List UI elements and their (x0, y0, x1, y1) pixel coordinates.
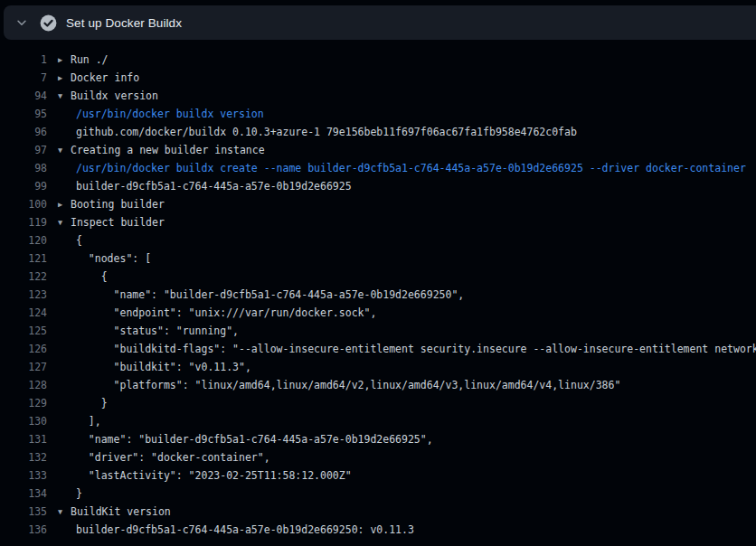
log-line-text: "endpoint": "unix:///var/run/docker.sock… (76, 304, 376, 322)
log-line: 120 { (0, 231, 756, 249)
chevron-down-icon[interactable] (14, 15, 29, 30)
log-line-text: } (76, 394, 108, 412)
group-toggle-icon: ▶ (58, 51, 71, 69)
log-line-text: /usr/bin/docker buildx create --name bui… (76, 159, 746, 177)
log-group-header[interactable]: 119 ▼ Inspect builder (0, 213, 756, 231)
group-toggle-icon: ▼ (58, 87, 71, 105)
line-number[interactable]: 127 (0, 358, 47, 376)
group-toggle-icon: ▼ (58, 141, 71, 159)
group-toggle-icon (58, 521, 71, 539)
log-line: 133 "lastActivity": "2023-02-25T11:58:12… (0, 466, 756, 485)
group-toggle-icon (58, 322, 71, 340)
group-toggle-icon (58, 177, 71, 195)
group-toggle-icon (58, 249, 71, 268)
log-line-text: Run ./ (71, 51, 109, 69)
log-line-text: BuildKit version (71, 503, 171, 521)
group-toggle-icon (58, 159, 71, 177)
line-number[interactable]: 136 (0, 521, 47, 539)
log-line-text: builder-d9cfb5a1-c764-445a-a57e-0b19d2e6… (76, 521, 414, 539)
group-toggle-icon (58, 231, 71, 249)
group-toggle-icon (58, 448, 71, 466)
line-number[interactable]: 99 (0, 177, 47, 195)
log-line-text: Creating a new builder instance (71, 141, 265, 159)
log-line-text: builder-d9cfb5a1-c764-445a-a57e-0b19d2e6… (76, 177, 352, 195)
log-line: 124 "endpoint": "unix:///var/run/docker.… (0, 304, 756, 322)
step-header[interactable]: Set up Docker Buildx (4, 5, 756, 40)
log-group-header[interactable]: 7 ▶ Docker info (0, 69, 756, 87)
log-line: 98 /usr/bin/docker buildx create --name … (0, 159, 756, 177)
log-line-text: Docker info (71, 69, 139, 87)
log-line: 96 github.com/docker/buildx 0.10.3+azure… (0, 123, 756, 141)
log-line-text: "status": "running", (76, 322, 239, 340)
log-line-text: "driver": "docker-container", (76, 448, 270, 466)
log-line: 122 { (0, 268, 756, 286)
line-number[interactable]: 132 (0, 448, 47, 466)
check-circle-icon (39, 14, 57, 32)
group-toggle-icon: ▶ (58, 195, 71, 213)
log-group-header[interactable]: 97 ▼ Creating a new builder instance (0, 141, 756, 159)
group-toggle-icon (58, 466, 71, 485)
line-number[interactable]: 128 (0, 376, 47, 394)
line-number[interactable]: 123 (0, 286, 47, 304)
line-number[interactable]: 124 (0, 304, 47, 322)
group-toggle-icon (58, 268, 71, 286)
log-line-text: "name": "builder-d9cfb5a1-c764-445a-a57e… (76, 286, 464, 304)
log-line: 130 ], (0, 412, 756, 430)
line-number[interactable]: 119 (0, 213, 47, 231)
log-line: 123 "name": "builder-d9cfb5a1-c764-445a-… (0, 286, 756, 304)
group-toggle-icon (58, 340, 71, 358)
line-number[interactable]: 131 (0, 430, 47, 448)
line-number[interactable]: 94 (0, 87, 47, 105)
line-number[interactable]: 97 (0, 141, 47, 159)
line-number[interactable]: 126 (0, 340, 47, 358)
log-group-header[interactable]: 100 ▶ Booting builder (0, 195, 756, 213)
log-line-text: Booting builder (71, 195, 165, 213)
log-line-text: Inspect builder (71, 213, 165, 231)
log-line: 131 "name": "builder-d9cfb5a1-c764-445a-… (0, 430, 756, 448)
log-viewer: 1 ▶ Run ./ 7 ▶ Docker info 94 ▼ Buildx v… (0, 51, 756, 539)
line-number[interactable]: 129 (0, 394, 47, 412)
log-group-header[interactable]: 94 ▼ Buildx version (0, 87, 756, 105)
line-number[interactable]: 134 (0, 485, 47, 503)
log-line-text: { (76, 231, 82, 249)
log-line: 132 "driver": "docker-container", (0, 448, 756, 466)
line-number[interactable]: 95 (0, 105, 47, 123)
log-line-text: } (76, 485, 82, 503)
log-group-header[interactable]: 1 ▶ Run ./ (0, 51, 756, 69)
line-number[interactable]: 135 (0, 503, 47, 521)
line-number[interactable]: 98 (0, 159, 47, 177)
line-number[interactable]: 122 (0, 268, 47, 286)
log-line-text: Buildx version (71, 87, 158, 105)
group-toggle-icon (58, 485, 71, 503)
log-line-text: "platforms": "linux/amd64,linux/amd64/v2… (76, 376, 620, 394)
log-line: 127 "buildkit": "v0.11.3", (0, 358, 756, 376)
log-line: 136 builder-d9cfb5a1-c764-445a-a57e-0b19… (0, 521, 756, 539)
line-number[interactable]: 133 (0, 466, 47, 485)
line-number[interactable]: 1 (0, 51, 47, 69)
group-toggle-icon: ▼ (58, 213, 71, 231)
group-toggle-icon (58, 376, 71, 394)
log-line-text: "nodes": [ (76, 249, 151, 268)
group-toggle-icon: ▼ (58, 503, 71, 521)
log-line: 121 "nodes": [ (0, 249, 756, 268)
line-number[interactable]: 125 (0, 322, 47, 340)
line-number[interactable]: 120 (0, 231, 47, 249)
group-toggle-icon (58, 358, 71, 376)
log-line-text: /usr/bin/docker buildx version (76, 105, 264, 123)
group-toggle-icon (58, 286, 71, 304)
group-toggle-icon (58, 123, 71, 141)
line-number[interactable]: 7 (0, 69, 47, 87)
log-group-header[interactable]: 135 ▼ BuildKit version (0, 503, 756, 521)
log-line: 129 } (0, 394, 756, 412)
log-line-text: "name": "builder-d9cfb5a1-c764-445a-a57e… (76, 430, 433, 448)
line-number[interactable]: 121 (0, 249, 47, 268)
group-toggle-icon (58, 412, 71, 430)
log-line: 95 /usr/bin/docker buildx version (0, 105, 756, 123)
line-number[interactable]: 96 (0, 123, 47, 141)
line-number[interactable]: 130 (0, 412, 47, 430)
log-line-text: ], (76, 412, 101, 430)
line-number[interactable]: 100 (0, 195, 47, 213)
group-toggle-icon: ▶ (58, 69, 71, 87)
group-toggle-icon (58, 430, 71, 448)
log-line-text: "buildkitd-flags": "--allow-insecure-ent… (76, 340, 756, 358)
